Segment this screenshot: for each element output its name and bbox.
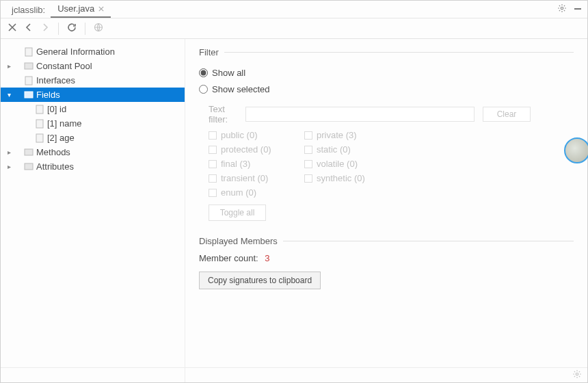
modifier-checkbox-final[interactable]: final (3) (209, 159, 304, 169)
gear-icon[interactable] (572, 369, 582, 381)
close-tab-icon[interactable] (98, 3, 104, 14)
tree-item-interfaces[interactable]: Interfaces (1, 73, 185, 88)
svg-rect-7 (36, 105, 43, 114)
radio-show-all-label: Show all (212, 68, 245, 78)
modifier-label: protected (0) (221, 144, 271, 155)
checkbox-icon (209, 174, 217, 183)
globe-icon[interactable] (94, 23, 103, 34)
tree-item-label: Attributes (35, 161, 74, 172)
tree-item-label: [0] id (46, 104, 66, 114)
modifier-label: transient (0) (221, 173, 268, 183)
forward-icon (40, 23, 50, 34)
divider (224, 52, 574, 53)
gear-icon[interactable] (557, 3, 567, 15)
modifier-label: final (3) (221, 159, 250, 169)
tree-item-label: Fields (35, 90, 60, 100)
checkbox-icon (304, 131, 312, 140)
svg-rect-5 (25, 77, 32, 85)
chevron-right-icon[interactable]: ▸ (5, 163, 13, 170)
modifier-checkbox-private[interactable]: private (3) (304, 130, 400, 140)
displayed-heading: Displayed Members (199, 236, 278, 246)
page-icon (34, 119, 46, 129)
toolbar-separator (85, 23, 85, 35)
chevron-right-icon[interactable]: ▸ (5, 148, 13, 156)
tree-item-constant-pool[interactable]: ▸ Constant Pool (1, 59, 185, 73)
modifier-checkbox-volatile[interactable]: volatile (0) (304, 159, 400, 169)
refresh-icon[interactable] (67, 23, 77, 34)
modifier-label: volatile (0) (317, 159, 358, 169)
checkbox-icon (209, 189, 217, 197)
tree-item-label: Methods (35, 147, 70, 157)
radio-show-all[interactable] (199, 68, 208, 77)
svg-rect-6 (25, 92, 33, 98)
text-filter-input[interactable] (245, 107, 475, 122)
svg-point-0 (561, 7, 563, 10)
divider (283, 241, 574, 241)
content-panel: Filter Show all Show selected Text filte… (185, 39, 587, 382)
text-filter-label: Text filter: (199, 104, 245, 124)
tree-item-methods[interactable]: ▸ Methods (1, 145, 185, 159)
modifier-checkbox-synthetic[interactable]: synthetic (0) (304, 173, 400, 183)
modifier-label: enum (0) (221, 187, 256, 198)
chevron-right-icon[interactable]: ▸ (5, 62, 13, 70)
tree-item-label: [2] age (46, 133, 75, 143)
folder-icon (23, 91, 35, 98)
svg-rect-10 (25, 149, 33, 155)
modifier-checkbox-transient[interactable]: transient (0) (209, 173, 304, 183)
modifier-checkbox-static[interactable]: static (0) (304, 144, 400, 155)
copy-signatures-button[interactable]: Copy signatures to clipboard (199, 272, 321, 289)
clear-button[interactable]: Clear (483, 107, 531, 122)
modifier-checkbox-public[interactable]: public (0) (209, 130, 304, 140)
tree-item-label: Interfaces (35, 75, 75, 85)
tree-item-attributes[interactable]: ▸ Attributes (1, 159, 185, 174)
svg-rect-3 (25, 48, 32, 56)
svg-rect-9 (36, 134, 43, 142)
svg-rect-8 (36, 120, 43, 128)
svg-rect-11 (25, 163, 33, 170)
svg-rect-1 (574, 8, 581, 10)
page-icon (34, 105, 46, 114)
member-count-value: 3 (265, 253, 269, 263)
toolbar-separator (58, 23, 59, 35)
radio-show-selected[interactable] (199, 85, 208, 94)
app-label: jclasslib: (6, 2, 51, 18)
checkbox-icon (209, 160, 217, 168)
svg-point-12 (576, 373, 578, 375)
modifier-label: static (0) (317, 144, 351, 155)
checkbox-icon (304, 146, 312, 154)
folder-icon (23, 62, 35, 70)
page-icon (23, 76, 35, 85)
member-count-label: Member count: (199, 253, 258, 263)
minimize-icon[interactable] (574, 3, 583, 15)
svg-rect-4 (25, 63, 33, 69)
tree-item-label: General Information (35, 47, 115, 57)
status-bar (1, 367, 587, 382)
modifier-checkbox-enum[interactable]: enum (0) (209, 187, 304, 198)
folder-icon (23, 148, 35, 156)
modifier-label: private (3) (317, 130, 357, 140)
close-icon[interactable] (8, 23, 17, 34)
page-icon (34, 133, 46, 143)
modifier-label: public (0) (221, 130, 257, 140)
back-icon[interactable] (24, 23, 34, 34)
radio-show-selected-label: Show selected (212, 84, 270, 94)
tab-label: User.java (57, 3, 94, 14)
tree-item-label: [1] name (46, 118, 82, 129)
filter-heading: Filter (199, 47, 219, 57)
checkbox-icon (209, 131, 217, 140)
chevron-down-icon[interactable]: ▾ (5, 91, 13, 98)
tree-item-field-2[interactable]: [2] age (1, 131, 185, 145)
folder-icon (23, 163, 35, 170)
tree-item-fields[interactable]: ▾ Fields (1, 88, 185, 102)
tree-item-label: Constant Pool (35, 61, 92, 71)
checkbox-icon (209, 146, 217, 154)
tree-item-field-1[interactable]: [1] name (1, 116, 185, 131)
tree-item-field-0[interactable]: [0] id (1, 102, 185, 116)
avatar[interactable] (564, 137, 588, 163)
tree-item-general-information[interactable]: General Information (1, 44, 185, 59)
toggle-all-button[interactable]: Toggle all (209, 204, 266, 221)
modifier-checkbox-protected[interactable]: protected (0) (209, 144, 304, 155)
tree-panel: General Information ▸ Constant Pool Inte… (1, 39, 185, 382)
checkbox-icon (304, 160, 312, 168)
tab-userjava[interactable]: User.java (51, 1, 111, 18)
